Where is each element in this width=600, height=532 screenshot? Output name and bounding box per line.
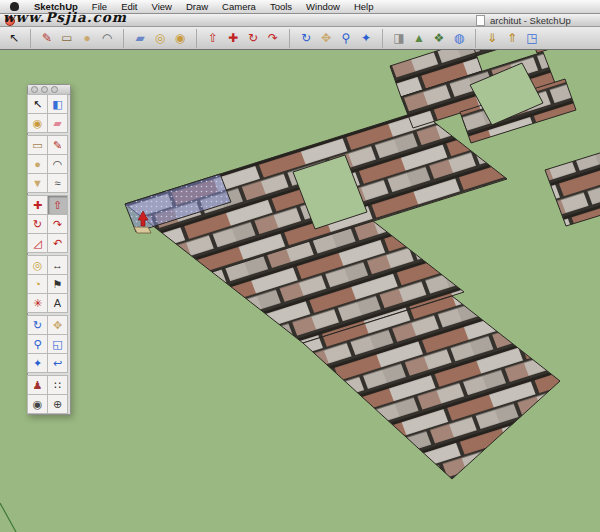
palette-row: ↻✥ (28, 316, 70, 335)
rotate-icon: ↻ (33, 219, 42, 230)
palette-section-plane-button[interactable]: ⊕ (47, 394, 68, 414)
zoom-extents-button[interactable]: ✦ (356, 29, 376, 48)
push-pull-icon: ⇧ (53, 200, 62, 211)
palette-freehand-button[interactable]: ≈ (47, 173, 68, 193)
palette-rectangle-button[interactable]: ▭ (27, 135, 48, 155)
palette-zoom-button[interactable]: ⚲ (27, 334, 48, 354)
move-button[interactable]: ✚ (223, 29, 243, 48)
menu-item-draw[interactable]: Draw (179, 0, 215, 13)
pan-button[interactable]: ✥ (316, 29, 336, 48)
close-button[interactable] (5, 16, 15, 26)
palette-3d-text-button[interactable]: A (47, 293, 68, 313)
toolbar-group: ⇧✚↻↷ (196, 29, 283, 48)
arc-icon: ◠ (53, 159, 63, 170)
palette-push-pull-button[interactable]: ⇧ (47, 195, 68, 215)
palette-orbit-button[interactable]: ↻ (27, 315, 48, 335)
palette-row: ✳A (28, 294, 70, 313)
rectangle-icon: ▭ (32, 140, 42, 151)
arc-button[interactable]: ◠ (97, 29, 117, 48)
toolbar-group: ▰◎◉ (123, 29, 190, 48)
window-title: architut - SketchUp (490, 15, 571, 26)
palette-line-button[interactable]: ✎ (47, 135, 68, 155)
palette-axes-button[interactable]: ✳ (27, 293, 48, 313)
orbit-button[interactable]: ↻ (296, 29, 316, 48)
rectangle-icon: ▭ (61, 32, 72, 44)
palette-offset-button[interactable]: ↶ (47, 233, 68, 253)
menu-bar: SketchUpFileEditViewDrawCameraToolsWindo… (0, 0, 600, 14)
palette-select-button[interactable]: ↖ (27, 94, 48, 114)
palette-walk-button[interactable]: ∷ (47, 375, 68, 395)
palette-polygon-button[interactable]: ▼ (27, 173, 48, 193)
axes-icon: ✳ (33, 298, 42, 309)
get-models-button[interactable]: ⇓ (482, 29, 502, 48)
palette-scale-button[interactable]: ◿ (27, 233, 48, 253)
palette-row: ♟∷ (28, 376, 70, 395)
palette-row: ◿↶ (28, 234, 70, 253)
menu-item-edit[interactable]: Edit (114, 0, 144, 13)
palette-position-camera-button[interactable]: ♟ (27, 375, 48, 395)
zoom-extents-icon: ✦ (33, 358, 42, 369)
photo-textures-button[interactable]: ❖ (429, 29, 449, 48)
palette-minimize-icon[interactable] (41, 86, 48, 93)
palette-previous-button[interactable]: ↩ (47, 353, 68, 373)
circle-button[interactable]: ● (77, 29, 97, 48)
menu-item-tools[interactable]: Tools (263, 0, 299, 13)
palette-rotate-button[interactable]: ↻ (27, 214, 48, 234)
palette-zoom-extents-button[interactable]: ✦ (27, 353, 48, 373)
share-model-button[interactable]: ⇑ (502, 29, 522, 48)
tape-measure-icon: ◎ (33, 260, 43, 271)
push-pull-icon: ⇧ (208, 32, 218, 44)
push-pull-button[interactable]: ⇧ (203, 29, 223, 48)
toolbar-group: ⇓⇑◳ (475, 29, 542, 48)
viewport[interactable] (0, 49, 600, 532)
tape-measure-button[interactable]: ◎ (150, 29, 170, 48)
palette-arc-button[interactable]: ◠ (47, 154, 68, 174)
toolbar-group: ↖ (4, 29, 24, 48)
paint-bucket-button[interactable]: ◉ (170, 29, 190, 48)
follow-me-icon: ↷ (53, 219, 62, 230)
palette-tape-measure-button[interactable]: ◎ (27, 255, 48, 275)
menu-item-camera[interactable]: Camera (215, 0, 263, 13)
arc-icon: ◠ (102, 32, 112, 44)
toolbar-group: ↻✥⚲✦ (289, 29, 376, 48)
zoom-button[interactable]: ⚲ (336, 29, 356, 48)
palette-paint-bucket-button[interactable]: ◉ (27, 113, 48, 133)
components-button[interactable]: ◳ (522, 29, 542, 48)
palette-zoom-icon[interactable] (51, 86, 58, 93)
menu-item-sketchup[interactable]: SketchUp (27, 0, 85, 13)
palette-pan-button[interactable]: ✥ (47, 315, 68, 335)
circle-icon: ● (34, 159, 41, 170)
palette-make-component-button[interactable]: ◧ (47, 94, 68, 114)
document-icon (476, 15, 485, 26)
walk-icon: ∷ (54, 380, 61, 391)
palette-dimension-button[interactable]: ↔ (47, 255, 68, 275)
apple-icon[interactable] (10, 2, 19, 11)
palette-eraser-button[interactable]: ▰ (47, 113, 68, 133)
palette-circle-button[interactable]: ● (27, 154, 48, 174)
palette-follow-me-button[interactable]: ↷ (47, 214, 68, 234)
palette-zoom-window-button[interactable]: ◱ (47, 334, 68, 354)
palette-look-around-button[interactable]: ◉ (27, 394, 48, 414)
line-button[interactable]: ✎ (37, 29, 57, 48)
eraser-button[interactable]: ▰ (130, 29, 150, 48)
circle-icon: ● (83, 32, 90, 44)
viewport-canvas[interactable] (0, 49, 600, 532)
palette-text-button[interactable]: ⚑ (47, 274, 68, 294)
orbit-icon: ↻ (33, 320, 42, 331)
toggle-terrain-button[interactable]: ▲ (409, 29, 429, 48)
menu-item-view[interactable]: View (145, 0, 179, 13)
select-button[interactable]: ↖ (4, 29, 24, 48)
select-icon: ↖ (33, 99, 42, 110)
follow-me-button[interactable]: ↷ (263, 29, 283, 48)
palette-close-icon[interactable] (31, 86, 38, 93)
eraser-icon: ▰ (135, 32, 144, 44)
menu-item-file[interactable]: File (85, 0, 114, 13)
palette-move-button[interactable]: ✚ (27, 195, 48, 215)
get-current-view-button[interactable]: ◨ (389, 29, 409, 48)
rotate-button[interactable]: ↻ (243, 29, 263, 48)
menu-item-help[interactable]: Help (347, 0, 381, 13)
rectangle-button[interactable]: ▭ (57, 29, 77, 48)
google-earth-button[interactable]: ◍ (449, 29, 469, 48)
menu-item-window[interactable]: Window (299, 0, 347, 13)
palette-protractor-button[interactable]: ◔ (27, 274, 48, 294)
